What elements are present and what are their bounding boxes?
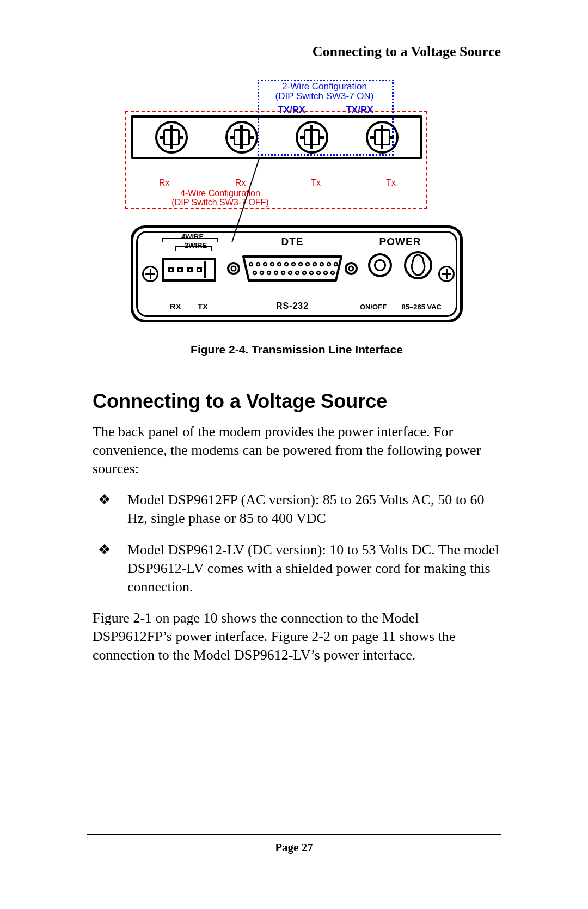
ac-inlet-icon — [404, 251, 432, 279]
pin-icon — [168, 267, 174, 272]
pin-icon — [177, 267, 183, 272]
figure-2-4: 2-Wire Configuration (DIP Switch SW3-7 O… — [131, 80, 463, 356]
mounting-screw-icon — [438, 266, 455, 282]
list-item: ❖ Model DSP9612-LV (DC version): 10 to 5… — [93, 541, 501, 596]
list-item-text: Model DSP9612FP (AC version): 85 to 265 … — [127, 492, 484, 526]
svg-point-1 — [231, 266, 236, 271]
pin-icon — [187, 267, 193, 272]
rx-label: RX — [170, 302, 181, 311]
device-back-panel: 4WIRE 2WIRE RX TX D — [131, 225, 463, 322]
closing-paragraph: Figure 2-1 on page 10 shows the connecti… — [93, 609, 501, 664]
rx-tx-labels: RX TX — [162, 302, 216, 311]
rs232-section: DTE — [227, 233, 358, 315]
rs232-label: RS-232 — [227, 301, 358, 311]
power-label: POWER — [362, 236, 438, 248]
four-wire-rx-tx-labels: Rx Rx Tx Tx — [126, 178, 428, 188]
four-wire-config-title: 4-Wire Configuration (DIP Switch SW3-7 O… — [126, 188, 314, 207]
list-item: ❖ Model DSP9612FP (AC version): 85 to 26… — [93, 491, 501, 528]
tx-label: Tx — [311, 178, 321, 188]
intro-paragraph: The back panel of the modem provides the… — [93, 423, 501, 478]
power-section: POWER ON/OFF 85–265 VAC — [362, 233, 438, 315]
rx-label: Rx — [235, 178, 246, 188]
ac-range-label: 85–265 VAC — [402, 303, 442, 311]
page-number: Page 27 — [87, 841, 501, 855]
bullet-icon: ❖ — [98, 491, 111, 509]
figure-caption: Figure 2-4. Transmission Line Interface — [131, 343, 463, 356]
tx-label: TX — [198, 302, 208, 311]
page: Connecting to a Voltage Source 2-Wire Co… — [0, 0, 588, 909]
two-wire-bracket-icon — [175, 246, 212, 251]
section-heading: Connecting to a Voltage Source — [93, 390, 501, 413]
dte-label: DTE — [227, 236, 358, 248]
device-inner-frame: 4WIRE 2WIRE RX TX D — [136, 231, 457, 317]
power-sublabels: ON/OFF 85–265 VAC — [360, 303, 442, 311]
footer-rule-icon — [87, 834, 501, 835]
db25-connector-icon — [227, 253, 358, 284]
power-button-icon — [368, 253, 392, 277]
running-header: Connecting to a Voltage Source — [93, 44, 501, 60]
mounting-screw-icon — [142, 266, 158, 282]
svg-point-2 — [346, 263, 357, 274]
four-wire-line2: (DIP Switch SW3-7 OFF) — [171, 198, 268, 207]
power-sources-list: ❖ Model DSP9612FP (AC version): 85 to 26… — [93, 491, 501, 596]
onoff-label: ON/OFF — [360, 303, 387, 311]
terminal-diagram-upper: 2-Wire Configuration (DIP Switch SW3-7 O… — [131, 80, 463, 216]
svg-point-3 — [349, 266, 353, 271]
svg-point-0 — [228, 263, 239, 274]
four-wire-config-box: Rx Rx Tx Tx 4-Wire Configuration (DIP Sw… — [125, 111, 427, 209]
page-footer: Page 27 — [87, 834, 501, 855]
two-wire-line1: 2-Wire Configuration — [282, 81, 367, 91]
two-wire-line2: (DIP Switch SW3-7 ON) — [275, 91, 373, 101]
tx-label: Tx — [386, 178, 396, 188]
rx-label: Rx — [159, 178, 170, 188]
list-item-text: Model DSP9612-LV (DC version): 10 to 53 … — [127, 542, 499, 595]
line-connector-section: 4WIRE 2WIRE RX TX — [158, 233, 224, 315]
bullet-icon: ❖ — [98, 541, 111, 559]
two-wire-config-title: 2-Wire Configuration (DIP Switch SW3-7 O… — [261, 82, 388, 101]
pin-icon — [197, 267, 202, 272]
terminal-connector-icon — [162, 258, 216, 282]
